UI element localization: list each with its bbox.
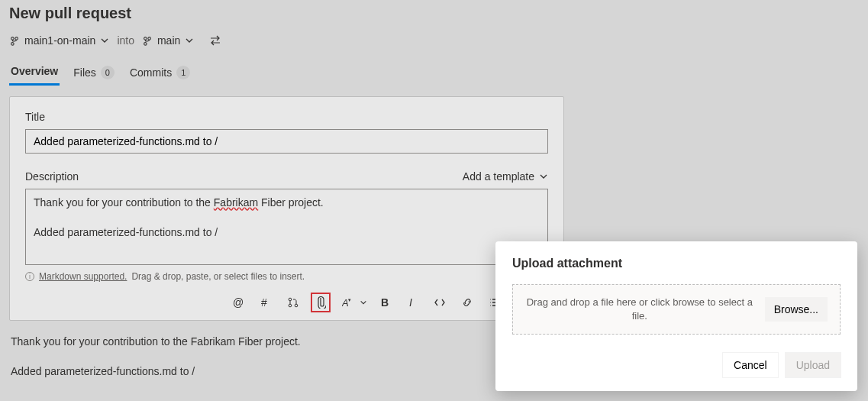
- bold-icon[interactable]: B: [375, 293, 395, 312]
- font-size-dropdown[interactable]: A▾: [338, 293, 367, 312]
- browse-button[interactable]: Browse...: [765, 297, 828, 322]
- attachment-icon[interactable]: [311, 293, 331, 312]
- source-branch-selector[interactable]: main1-on-main: [9, 34, 109, 47]
- add-template-dropdown[interactable]: Add a template: [463, 170, 548, 183]
- desc-brand: Fabrikam: [214, 196, 258, 209]
- svg-text:#: #: [261, 296, 267, 309]
- source-branch-name: main1-on-main: [24, 34, 95, 47]
- modal-actions: Cancel Upload: [512, 353, 841, 377]
- commits-count-badge: 1: [176, 66, 190, 79]
- font-size-icon: A▾: [338, 293, 358, 312]
- svg-text:▾: ▾: [348, 297, 351, 302]
- svg-point-4: [295, 304, 298, 307]
- code-icon[interactable]: [430, 293, 450, 312]
- file-dropzone[interactable]: Drag and drop a file here or click brows…: [512, 284, 841, 335]
- svg-text:B: B: [381, 296, 389, 309]
- chevron-down-icon: [100, 36, 109, 45]
- files-count-badge: 0: [101, 66, 115, 79]
- chevron-down-icon: [360, 299, 367, 306]
- title-label: Title: [25, 111, 548, 123]
- italic-icon[interactable]: I: [402, 293, 422, 312]
- add-template-label: Add a template: [463, 170, 534, 183]
- link-icon[interactable]: [457, 293, 477, 312]
- pr-form-card: Title Description Add a template Thank y…: [9, 96, 564, 321]
- mention-icon[interactable]: @: [228, 293, 248, 312]
- branch-icon: [142, 35, 153, 46]
- tab-label: Commits: [130, 66, 172, 79]
- tab-label: Files: [73, 66, 96, 79]
- description-textarea[interactable]: Thank you for your contribution to the F…: [25, 189, 548, 265]
- into-label: into: [117, 34, 134, 47]
- info-icon: i: [25, 272, 34, 281]
- upload-button[interactable]: Upload: [786, 353, 841, 377]
- chevron-down-icon: [185, 36, 194, 45]
- tab-files[interactable]: Files 0: [72, 61, 116, 86]
- desc-text: Fiber project.: [258, 196, 324, 209]
- dropzone-text: Drag and drop a file here or click brows…: [525, 296, 754, 323]
- hash-icon[interactable]: #: [256, 293, 276, 312]
- markdown-supported-link[interactable]: Markdown supported.: [39, 271, 127, 282]
- desc-text: Thank you for your contribution to the: [34, 196, 214, 209]
- tab-commits[interactable]: Commits 1: [128, 61, 192, 86]
- branch-icon: [9, 35, 20, 46]
- hint-text: Drag & drop, paste, or select files to i…: [131, 271, 305, 282]
- desc-text: Added parameterized-functions.md to /: [34, 226, 218, 238]
- branch-selector-row: main1-on-main into main: [9, 34, 868, 47]
- tab-label: Overview: [11, 65, 58, 77]
- swap-branches-icon[interactable]: [209, 35, 221, 46]
- svg-point-3: [289, 304, 292, 307]
- description-label: Description: [25, 170, 79, 183]
- svg-text:@: @: [233, 296, 244, 309]
- chevron-down-icon: [539, 172, 548, 181]
- tab-overview[interactable]: Overview: [9, 60, 60, 86]
- page-title: New pull request: [9, 5, 868, 22]
- upload-attachment-modal: Upload attachment Drag and drop a file h…: [495, 241, 857, 391]
- tabs: Overview Files 0 Commits 1: [9, 60, 868, 86]
- svg-point-2: [289, 298, 292, 301]
- target-branch-selector[interactable]: main: [142, 34, 194, 47]
- pull-request-icon[interactable]: [283, 293, 303, 312]
- svg-text:I: I: [409, 296, 412, 309]
- cancel-button[interactable]: Cancel: [723, 353, 778, 377]
- title-input[interactable]: [25, 129, 548, 154]
- hint-row: i Markdown supported. Drag & drop, paste…: [25, 271, 548, 282]
- modal-title: Upload attachment: [512, 257, 841, 270]
- target-branch-name: main: [157, 34, 180, 47]
